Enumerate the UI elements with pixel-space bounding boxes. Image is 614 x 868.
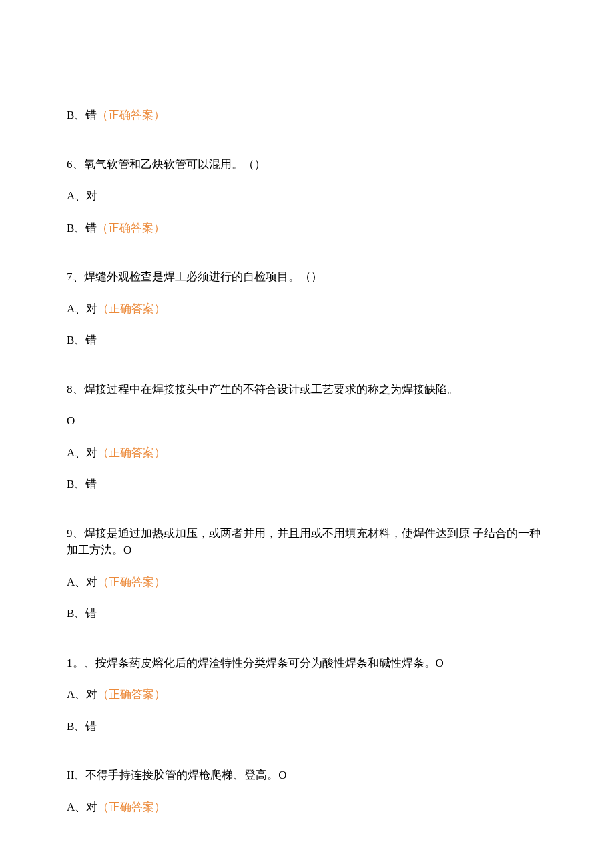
- option-a-text: A、对: [67, 801, 97, 813]
- correct-answer-label: （正确答案）: [97, 576, 166, 588]
- question-8-line1: 8、焊接过程中在焊接接头中产生的不符合设计或工艺要求的称之为焊接缺陷。: [67, 381, 547, 398]
- option-a-text: A、对: [67, 688, 97, 701]
- question-8-line2: O: [67, 412, 547, 430]
- option-a-text: A、对: [67, 576, 97, 588]
- question-text: 9、焊接是通过加热或加压，或两者并用，并且用或不用填充材料，使焊件达到原 子结合…: [67, 527, 541, 557]
- option-b-text: B、错: [67, 334, 97, 346]
- option-b-line: B、错（正确答案）: [67, 107, 547, 124]
- option-b-q7: B、错: [67, 332, 547, 349]
- correct-answer-label: （正确答案）: [97, 801, 166, 813]
- option-a-q7: A、对（正确答案）: [67, 300, 547, 318]
- question-9: 9、焊接是通过加热或加压，或两者并用，并且用或不用填充材料，使焊件达到原 子结合…: [67, 525, 547, 559]
- option-b-q10: B、错: [67, 718, 547, 735]
- option-a-text: A、对: [67, 189, 97, 202]
- option-b-q8: B、错: [67, 476, 547, 493]
- question-text: 7、焊缝外观检查是焊工必须进行的自检项目。（）: [67, 270, 322, 283]
- correct-answer-label: （正确答案）: [97, 688, 166, 701]
- question-text: O: [67, 414, 75, 427]
- option-a-text: A、对: [67, 446, 97, 459]
- option-a-q9: A、对（正确答案）: [67, 574, 547, 591]
- option-b-text: B、错: [67, 607, 97, 620]
- option-b-text: B、错: [67, 720, 97, 733]
- question-text: 6、氧气软管和乙炔软管可以混用。（）: [67, 158, 266, 171]
- option-b-text: B、错: [67, 109, 97, 121]
- option-b-q6: B、错（正确答案）: [67, 220, 547, 237]
- question-10: 1。、按焊条药皮熔化后的焊渣特性分类焊条可分为酸性焊条和碱性焊条。O: [67, 655, 547, 672]
- option-a-q11: A、对（正确答案）: [67, 799, 547, 816]
- option-b-text: B、错: [67, 478, 97, 490]
- question-text: 1。、按焊条药皮熔化后的焊渣特性分类焊条可分为酸性焊条和碱性焊条。O: [67, 657, 444, 669]
- option-b-q9: B、错: [67, 605, 547, 622]
- correct-answer-label: （正确答案）: [97, 302, 166, 315]
- question-text: II、不得手持连接胶管的焊枪爬梯、登高。O: [67, 769, 287, 781]
- question-6: 6、氧气软管和乙炔软管可以混用。（）: [67, 156, 547, 173]
- question-text: 8、焊接过程中在焊接接头中产生的不符合设计或工艺要求的称之为焊接缺陷。: [67, 383, 458, 396]
- option-a-q10: A、对（正确答案）: [67, 686, 547, 703]
- correct-answer-label: （正确答案）: [97, 109, 165, 121]
- option-a-text: A、对: [67, 302, 97, 315]
- question-11: II、不得手持连接胶管的焊枪爬梯、登高。O: [67, 767, 547, 784]
- correct-answer-label: （正确答案）: [97, 222, 165, 234]
- option-a-q6: A、对: [67, 187, 547, 205]
- option-b-text: B、错: [67, 222, 97, 234]
- question-7: 7、焊缝外观检查是焊工必须进行的自检项目。（）: [67, 268, 547, 286]
- correct-answer-label: （正确答案）: [97, 446, 166, 459]
- option-a-q8: A、对（正确答案）: [67, 444, 547, 462]
